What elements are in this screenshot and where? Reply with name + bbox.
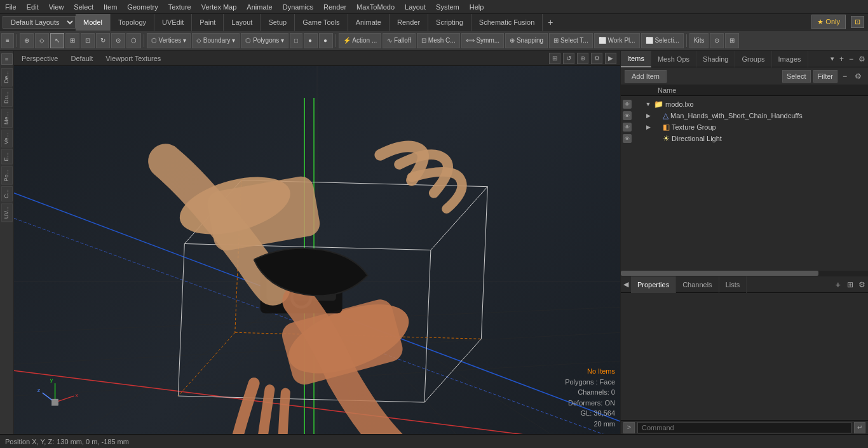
toolbar-origin[interactable]: ⊕ [20,33,34,48]
toolbar-view1[interactable]: ⊙ [710,33,724,48]
menu-system[interactable]: System [431,2,465,12]
left-tab-du[interactable]: Du... [1,88,13,107]
menu-layout[interactable]: Layout [400,2,431,12]
viewport-rotate-btn[interactable]: ↺ [563,53,574,64]
tree-row-modo-lxo[interactable]: 👁 ▼ 📁 modo.lxo [621,98,868,110]
prop-settings-btn[interactable]: ⚙ [856,279,868,290]
vis-cell-3[interactable]: 👁 [623,134,634,143]
add-item-button[interactable]: Add Item [625,70,667,83]
toolbar-selecti[interactable]: ⬜ Selecti... [641,33,684,48]
toolbar-work-pl[interactable]: ⬜ Work Pl... [594,33,640,48]
toolbar-vertices[interactable]: ⬡ Vertices ▾ [147,33,191,48]
left-tab-de[interactable]: De... [1,68,13,86]
menu-help[interactable]: Help [465,2,489,12]
toolbar-rotate[interactable]: ↻ [96,33,110,48]
layout-tab-scripting[interactable]: Scripting [428,14,471,31]
tree-arrow-1[interactable]: ▶ [646,112,651,119]
prop-expand-btn[interactable]: ⊞ [844,279,856,290]
vis-cell-1[interactable]: 👁 [623,111,634,120]
toolbar-falloff[interactable]: ∿ Falloff [383,33,416,48]
menu-maxtomodo[interactable]: MaxToModo [351,2,400,12]
left-tab-c[interactable]: C... [1,186,13,201]
toolbar-arrow[interactable]: ↖ [50,33,64,48]
viewport-textures-label[interactable]: Viewport Textures [102,53,165,64]
menu-view[interactable]: View [44,2,69,12]
items-row-minus[interactable]: − [840,71,850,82]
command-input[interactable] [637,422,851,433]
tree-scrollbar[interactable] [621,271,868,276]
toolbar-symmetry[interactable]: ⟺ Symm... [461,33,504,48]
tree-arrow-2[interactable]: ▶ [646,124,651,130]
layout-tab-animate[interactable]: Animate [348,14,390,31]
menu-dynamics[interactable]: Dynamics [278,2,318,12]
left-tab-ve[interactable]: Ve... [1,130,13,147]
toolbar-dot2[interactable]: ● [319,33,333,48]
layout-tab-uvedit[interactable]: UVEdit [154,14,192,31]
left-tab-e[interactable]: E... [1,149,13,165]
filter-button[interactable]: Filter [813,70,837,83]
viewport-settings-btn[interactable]: ⚙ [591,53,602,64]
menu-file[interactable]: File [0,2,22,12]
layout-tab-model[interactable]: Model [76,14,111,31]
tree-arrow-0[interactable]: ▼ [646,101,651,107]
left-tab-po[interactable]: Po... [1,166,13,185]
items-minus-btn[interactable]: − [846,53,856,65]
layout-tab-game-tools[interactable]: Game Tools [295,14,348,31]
eye-0[interactable]: 👁 [623,100,632,109]
prop-add-tab[interactable]: + [832,278,844,291]
items-row-settings[interactable]: ⚙ [852,71,864,82]
toolbar-mesh-c[interactable]: ⊡ Mesh C... [417,33,460,48]
toolbar-view2[interactable]: ⊞ [725,33,739,48]
menu-texture[interactable]: Texture [163,2,196,12]
eye-2[interactable]: 👁 [623,123,632,132]
layout-tab-layout[interactable]: Layout [224,14,261,31]
select-button[interactable]: Select [782,70,811,83]
command-expand-btn[interactable]: > [623,422,635,433]
menu-edit[interactable]: Edit [22,2,44,12]
tab-mesh-ops[interactable]: Mesh Ops [651,51,696,67]
tab-channels[interactable]: Channels [676,276,719,293]
toolbar-kits[interactable]: Kits [689,33,709,48]
tree-row-hands[interactable]: 👁 ▶ △ Man_Hands_with_Short_Chain_Handcuf… [621,110,868,121]
menu-animate[interactable]: Animate [241,2,277,12]
layout-add-tab[interactable]: + [543,15,558,30]
toolbar-boundary[interactable]: ◇ Boundary ▾ [192,33,240,48]
maximize-btn[interactable]: ⊡ [851,16,864,28]
tree-row-light[interactable]: 👁 ☀ Directional Light [621,133,868,144]
layout-tab-schematic-fusion[interactable]: Schematic Fusion [471,14,543,31]
tab-images[interactable]: Images [772,51,808,67]
menu-select[interactable]: Select [69,2,98,12]
star-only-btn[interactable]: ★ Only [811,15,846,29]
toolbar-circle[interactable]: ⊙ [111,33,125,48]
viewport-play-btn[interactable]: ▶ [605,53,616,64]
items-settings-btn[interactable]: ⚙ [856,53,868,65]
toolbar-box[interactable]: ⊡ [81,33,95,48]
toolbar-snapping[interactable]: ⊕ Snapping [505,33,548,48]
viewport-pan-btn[interactable]: ⊕ [577,53,588,64]
tree-row-texture[interactable]: 👁 ▶ ◧ Texture Group [621,121,868,133]
layout-tab-paint[interactable]: Paint [192,14,224,31]
eye-1[interactable]: 👁 [623,111,632,120]
toolbar-diamond[interactable]: ◇ [35,33,49,48]
layout-tab-render[interactable]: Render [390,14,428,31]
toolbar-hamburger[interactable]: ≡ [1,33,14,48]
layout-dropdown[interactable]: Default Layouts [3,16,76,29]
toolbar-grid-snap[interactable]: ⊞ [65,33,79,48]
viewport-canvas[interactable]: x y z No Items Polygons : Face Channels:… [14,66,620,434]
toolbar-shield[interactable]: ⬡ [126,33,141,48]
toolbar-action[interactable]: ⚡ Action ... [339,33,381,48]
prop-collapse-btn[interactable]: ◀ [621,280,631,288]
left-tab-me[interactable]: Me... [1,109,13,128]
eye-3[interactable]: 👁 [623,134,632,143]
command-submit-btn[interactable]: ↵ [854,422,865,433]
tab-properties[interactable]: Properties [631,276,676,293]
left-panel-toggle[interactable]: ≡ [1,53,13,65]
menu-render[interactable]: Render [318,2,351,12]
menu-vertex-map[interactable]: Vertex Map [196,2,242,12]
vis-cell-2[interactable]: 👁 [623,123,634,132]
tab-lists[interactable]: Lists [719,276,747,293]
tab-groups[interactable]: Groups [735,51,771,67]
left-tab-uv[interactable]: UV... [1,203,13,222]
layout-tab-topology[interactable]: Topology [111,14,154,31]
toolbar-dot1[interactable]: ● [304,33,318,48]
